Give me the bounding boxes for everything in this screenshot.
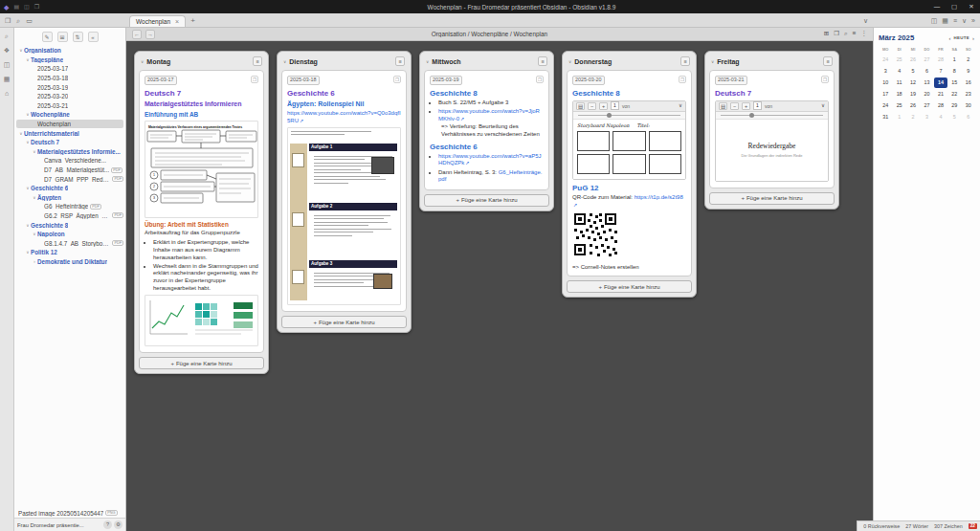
worksheet-image[interactable]: Aufgabe 1 Aufgabe 2 Aufgabe 3 <box>287 127 401 305</box>
calendar-day[interactable]: 26 <box>906 55 920 65</box>
calendar-day[interactable]: 9 <box>962 66 975 77</box>
tree-item-politik12[interactable]: ∨Politik 12 <box>16 248 123 257</box>
card-montag[interactable]: 2025-03-17 ❐ Deutsch 7 Materialgestützte… <box>139 70 264 353</box>
calendar-month-title[interactable]: März 2025 <box>879 33 947 42</box>
card-menu-icon[interactable]: ❐ <box>679 76 686 83</box>
add-card-button[interactable]: +Füge eine Karte hinzu <box>281 316 407 328</box>
tab-close-icon[interactable]: × <box>175 18 179 25</box>
tree-item-geschichte8[interactable]: ∨Geschichte 8 <box>16 220 123 230</box>
chevron-down-icon[interactable]: ∨ <box>821 103 825 109</box>
minimize-button[interactable]: — <box>928 0 946 13</box>
tree-item-pdf[interactable]: D7_GRAM_PPP_Rede...PDF <box>16 174 123 184</box>
vault-bar[interactable]: Frau Dromedar präsentie... ? ⚙ <box>14 518 125 531</box>
settings-gear-icon[interactable]: ⚙ <box>114 520 122 529</box>
command-palette-icon[interactable]: ⌂ <box>5 90 9 97</box>
calendar-day[interactable]: 19 <box>906 89 920 100</box>
tree-item-deutsch7[interactable]: ∨Deutsch 7 <box>16 138 123 147</box>
notification-badge[interactable]: 22 <box>969 523 977 530</box>
pdf-sidebar-icon[interactable]: ▤ <box>719 102 727 110</box>
zoom-in-icon[interactable]: + <box>742 102 750 110</box>
more-options-icon[interactable]: ⋮ <box>861 31 868 37</box>
pdf-page-input[interactable]: 1 <box>753 101 762 110</box>
date-tag[interactable]: 2025-03-19 <box>430 76 462 85</box>
card-menu-icon[interactable]: ❐ <box>821 76 829 83</box>
column-menu-icon[interactable]: ≡ <box>823 56 833 66</box>
tree-item-aegypten[interactable]: ∨Ägypten <box>16 193 123 203</box>
tree-item-organisation[interactable]: ∨Organisation <box>16 46 123 55</box>
tab-wochenplan[interactable]: Wochenplan × <box>129 15 186 27</box>
calendar-day[interactable]: 3 <box>879 66 892 77</box>
column-menu-icon[interactable]: ≡ <box>395 56 405 66</box>
add-card-button[interactable]: +Füge eine Karte hinzu <box>139 357 264 369</box>
calendar-day[interactable]: 4 <box>934 112 947 122</box>
card-menu-icon[interactable]: ❐ <box>251 76 258 83</box>
calendar-day[interactable]: 22 <box>947 89 961 100</box>
calendar-day[interactable]: 4 <box>892 66 905 77</box>
calendar-day-today[interactable]: 14 <box>934 77 947 88</box>
zoom-out-icon[interactable]: − <box>588 102 596 110</box>
search-tab-icon[interactable]: ⌕ <box>16 17 20 24</box>
board-settings-icon[interactable]: ⊞ <box>824 31 829 37</box>
youtube-link[interactable]: https://www.youtube.com/watch?v=JjoRMKhl… <box>438 108 540 122</box>
date-tag[interactable]: 2025-03-21 <box>715 76 747 85</box>
graph-view-icon[interactable]: ❖ <box>4 47 10 54</box>
calendar-pane-icon[interactable]: ▦ <box>942 17 948 24</box>
bookmarks-tab-icon[interactable]: ▭ <box>26 17 33 24</box>
calendar-day[interactable]: 1 <box>947 55 961 65</box>
calendar-day[interactable]: 13 <box>920 77 933 88</box>
add-card-button[interactable]: +Füge eine Karte hinzu <box>567 280 692 293</box>
tree-item-file[interactable]: 2025-03-21 <box>16 101 123 111</box>
pdf-zoom-slider[interactable] <box>716 112 828 120</box>
tree-item-materialgestuetztes[interactable]: ∨Materialgestütztes Informie... <box>16 147 123 157</box>
calendar-day[interactable]: 30 <box>962 100 975 111</box>
back-button[interactable]: ← <box>132 30 142 39</box>
column-header-dienstag[interactable]: ∨ Dienstag ≡ <box>281 55 407 68</box>
tree-item-napoleon[interactable]: ∨Napoleon <box>16 230 123 239</box>
pdf-zoom-slider[interactable] <box>573 112 685 120</box>
calendar-day[interactable]: 16 <box>962 77 975 88</box>
card-menu-icon[interactable]: ❐ <box>393 76 401 83</box>
tree-item-demokratie[interactable]: ›Demokratie und Diktatur <box>16 257 123 267</box>
card-dienstag[interactable]: 2025-03-18 ❐ Geschichte 6 Ägypten: Rolle… <box>281 70 407 312</box>
files-tab-icon[interactable]: ❐ <box>5 17 11 24</box>
outline-pane-icon[interactable]: ≡ <box>953 17 957 24</box>
column-header-freitag[interactable]: ∨ Freitag ≡ <box>709 55 835 68</box>
card-menu-icon[interactable]: ❐ <box>536 76 544 83</box>
calendar-day[interactable]: 5 <box>906 66 920 77</box>
collapse-all-button[interactable]: « <box>88 32 99 42</box>
tree-item-pdf[interactable]: G6_HefteinträgePDF <box>16 202 123 211</box>
add-card-button[interactable]: +Füge eine Karte hinzu <box>424 194 549 207</box>
tree-item-pdf[interactable]: G6.2_RSP_Ägypten_Nil...PDF <box>16 211 123 221</box>
backlinks-count[interactable]: 0 Rückverweise <box>863 523 900 529</box>
calendar-day[interactable]: 25 <box>892 100 905 111</box>
pane-chevron-icon[interactable]: ∨ <box>962 17 967 24</box>
tree-item-file[interactable]: Canva_Verschiedene... <box>16 156 123 166</box>
new-folder-button[interactable]: ⊞ <box>57 32 68 42</box>
calendar-day[interactable]: 26 <box>906 100 920 111</box>
calendar-day[interactable]: 25 <box>892 55 905 65</box>
material-link[interactable]: https://t1p.de/s2t98 <box>635 194 683 200</box>
pdf-page-input[interactable]: 1 <box>611 101 619 110</box>
window-grid-icon[interactable]: ❐ <box>34 4 39 10</box>
column-header-donnerstag[interactable]: ∨ Donnerstag ≡ <box>567 55 692 68</box>
date-tag[interactable]: 2025-03-20 <box>572 76 605 85</box>
date-tag[interactable]: 2025-03-17 <box>145 76 177 85</box>
calendar-day[interactable]: 5 <box>947 112 961 122</box>
column-menu-icon[interactable]: ≡ <box>253 56 262 66</box>
calendar-day[interactable]: 6 <box>920 66 933 77</box>
calendar-day[interactable]: 27 <box>920 100 933 111</box>
calendar-day[interactable]: 8 <box>947 66 961 77</box>
card-mittwoch[interactable]: 2025-03-19 ❐ Geschichte 8 Buch S. 22/M5 … <box>424 70 549 190</box>
pdf-embed-redewiedergabe[interactable]: ▤ − + 1 von ∨ Redewiedergabe <box>715 100 829 182</box>
calendar-day[interactable]: 27 <box>920 55 933 65</box>
zoom-out-icon[interactable]: − <box>730 102 739 110</box>
collapse-right-icon[interactable]: » <box>971 17 975 24</box>
tab-list-chevron-icon[interactable]: ∨ <box>863 17 868 24</box>
card-donnerstag[interactable]: 2025-03-20 ❐ Geschichte 8 ▤ − + 1 von <box>567 70 692 277</box>
new-canvas-icon[interactable]: ◫ <box>4 61 11 68</box>
calendar-day[interactable]: 7 <box>934 66 947 77</box>
tree-item-file[interactable]: 2025-03-17 <box>16 64 123 74</box>
new-note-button[interactable]: ✎ <box>42 32 53 42</box>
tree-item-geschichte6[interactable]: ∨Geschichte 6 <box>16 184 123 193</box>
youtube-link[interactable]: https://www.youtube.com/watch?v=Q0o3dqfI… <box>287 110 401 123</box>
